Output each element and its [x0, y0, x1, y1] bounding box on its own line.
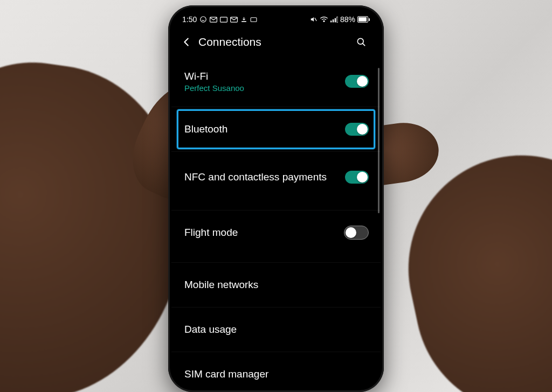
wifi-subtitle: Perfect Susanoo: [184, 83, 345, 93]
signal-icon: [330, 16, 338, 23]
bluetooth-toggle[interactable]: [345, 123, 369, 136]
row-wifi[interactable]: Wi-Fi Perfect Susanoo: [171, 56, 381, 107]
flight-title: Flight mode: [184, 226, 344, 239]
svg-rect-2: [220, 17, 227, 22]
status-bar: 1:50: [171, 9, 381, 28]
gmail-icon: [210, 17, 217, 23]
phone-frame: 1:50: [168, 5, 384, 392]
svg-point-7: [323, 20, 325, 22]
settings-list: Wi-Fi Perfect Susanoo Bluetooth NFC and …: [171, 56, 381, 389]
scrollbar[interactable]: [378, 68, 380, 213]
download-icon: [240, 16, 247, 23]
svg-rect-10: [335, 18, 336, 23]
mute-icon: [310, 16, 318, 23]
svg-point-0: [201, 17, 206, 23]
row-bluetooth[interactable]: Bluetooth: [171, 107, 381, 151]
svg-rect-4: [242, 21, 246, 22]
status-left: 1:50: [182, 15, 257, 24]
wifi-icon: [320, 16, 328, 23]
row-data-usage[interactable]: Data usage: [171, 307, 381, 352]
nfc-title: NFC and contactless payments: [184, 171, 345, 184]
svg-line-6: [315, 18, 317, 21]
mobile-networks-title: Mobile networks: [184, 278, 369, 291]
svg-rect-5: [251, 17, 257, 22]
svg-line-13: [363, 44, 365, 46]
gmail-icon-2: [230, 17, 238, 23]
chevron-left-icon: [181, 36, 192, 48]
flight-toggle[interactable]: [344, 226, 369, 240]
sim-manager-title: SIM card manager: [184, 368, 369, 381]
svg-rect-8: [330, 20, 332, 22]
row-sim-manager[interactable]: SIM card manager: [171, 352, 381, 389]
battery-pct: 88%: [340, 15, 355, 24]
wifi-title: Wi-Fi: [184, 70, 345, 83]
status-time: 1:50: [182, 15, 197, 24]
svg-rect-9: [333, 19, 334, 22]
row-flight-mode[interactable]: Flight mode: [171, 210, 381, 255]
message-icon: [220, 17, 227, 23]
search-icon: [356, 37, 367, 47]
back-button[interactable]: [176, 31, 197, 53]
app-bar: Connections: [171, 28, 381, 56]
page-title: Connections: [198, 36, 350, 48]
bluetooth-title: Bluetooth: [184, 123, 345, 136]
search-button[interactable]: [350, 31, 372, 53]
nfc-toggle[interactable]: [345, 171, 369, 184]
screen: 1:50: [171, 9, 381, 389]
battery-icon: [357, 16, 370, 23]
wifi-toggle[interactable]: [345, 75, 369, 88]
whatsapp-icon: [199, 16, 207, 23]
row-nfc[interactable]: NFC and contactless payments: [171, 151, 381, 202]
status-right: 88%: [310, 15, 370, 24]
data-usage-title: Data usage: [184, 323, 369, 336]
screenshot-icon: [250, 17, 257, 23]
svg-rect-11: [337, 17, 338, 22]
row-mobile-networks[interactable]: Mobile networks: [171, 262, 381, 307]
